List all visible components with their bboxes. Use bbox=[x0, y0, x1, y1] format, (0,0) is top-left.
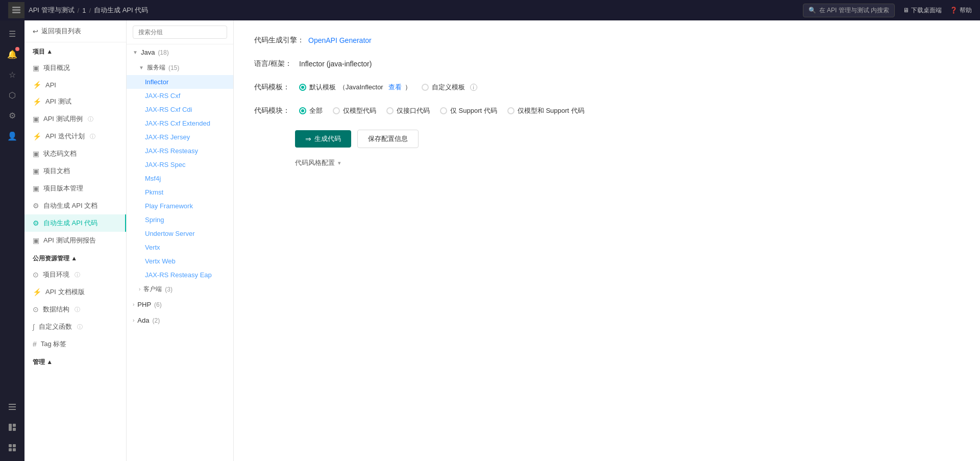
tag-icon: # bbox=[33, 340, 37, 348]
tree-item-undertow-server[interactable]: Undertow Server bbox=[127, 227, 233, 240]
svg-rect-2 bbox=[12, 12, 20, 13]
tree-subgroup-client[interactable]: › 客户端 (3) bbox=[127, 282, 233, 297]
sidebar-icon-list[interactable] bbox=[3, 398, 21, 416]
tree-group-php-count: (6) bbox=[154, 301, 162, 308]
nav-item-functions[interactable]: ∫ 自定义函数 ⓘ bbox=[24, 318, 126, 335]
tree-item-jaxrs-jersey[interactable]: JAX-RS Jersey bbox=[127, 130, 233, 144]
nav-label-version: 项目版本管理 bbox=[43, 184, 83, 193]
sidebar-icon-cloud[interactable]: ⬡ bbox=[3, 86, 21, 104]
help-btn[interactable]: ❓ 帮助 bbox=[950, 6, 972, 15]
sidebar-icon-gear[interactable]: ⚙ bbox=[3, 106, 21, 125]
ada-expand-icon: › bbox=[133, 318, 134, 323]
tree-item-msf4j[interactable]: Msf4j bbox=[127, 172, 233, 185]
nav-label-docs: 项目文档 bbox=[43, 166, 70, 176]
nav-item-api[interactable]: ⚡ API bbox=[24, 77, 126, 93]
back-to-projects[interactable]: ↩ 返回项目列表 bbox=[24, 20, 126, 42]
template-radio-default[interactable] bbox=[299, 84, 306, 91]
nav-item-overview[interactable]: ▣ 项目概况 bbox=[24, 59, 126, 77]
sidebar-icon-grid[interactable] bbox=[3, 439, 21, 457]
style-config-toggle[interactable]: 代码风格配置 ▾ bbox=[295, 158, 960, 167]
nav-item-status[interactable]: ▣ 状态码文档 bbox=[24, 145, 126, 162]
sidebar-icon-menu[interactable]: ☰ bbox=[3, 25, 21, 43]
tree-item-jaxrs-resteasy-eap[interactable]: JAX-RS Resteasy Eap bbox=[127, 268, 233, 282]
code-radio-all[interactable] bbox=[299, 107, 306, 114]
env-info-icon: ⓘ bbox=[75, 271, 80, 279]
tree-group-ada-count: (2) bbox=[152, 317, 160, 324]
sidebar-icon-user[interactable]: 👤 bbox=[3, 127, 21, 145]
nav-item-api-test[interactable]: ⚡ API 测试 bbox=[24, 93, 126, 110]
style-config-label: 代码风格配置 bbox=[295, 158, 335, 167]
tree-subgroup-server[interactable]: ▼ 服务端 (15) bbox=[127, 60, 233, 75]
top-nav: API 管理与测试 / 1 / 自动生成 API 代码 🔍 在 API 管理与测… bbox=[0, 0, 980, 20]
nav-item-gen-code[interactable]: ⚙ 自动生成 API 代码 bbox=[24, 214, 126, 232]
tree-item-jaxrs-spec[interactable]: JAX-RS Spec bbox=[127, 158, 233, 172]
nav-item-template[interactable]: ⚡ API 文档模版 bbox=[24, 283, 126, 301]
save-config-btn[interactable]: 保存配置信息 bbox=[357, 130, 419, 148]
ds-icon: ⊙ bbox=[33, 305, 39, 313]
global-search[interactable]: 🔍 在 API 管理与测试 内搜索 bbox=[803, 4, 895, 17]
nav-item-test-case[interactable]: ▣ API 测试用例 ⓘ bbox=[24, 110, 126, 128]
code-opt-model-support[interactable]: 仅模型和 Support 代码 bbox=[507, 106, 584, 115]
breadcrumb-api[interactable]: API 管理与测试 bbox=[29, 6, 75, 15]
tree-item-jaxrs-resteasy[interactable]: JAX-RS Resteasy bbox=[127, 144, 233, 158]
tree-item-vertx-web[interactable]: Vertx Web bbox=[127, 254, 233, 268]
sidebar-icon-notification[interactable]: 🔔 bbox=[3, 45, 21, 63]
tree-search-input[interactable] bbox=[133, 26, 227, 39]
svg-rect-12 bbox=[13, 448, 16, 451]
nav-item-datastructure[interactable]: ⊙ 数据结构 ⓘ bbox=[24, 301, 126, 318]
svg-rect-11 bbox=[9, 448, 12, 451]
ds-info-icon: ⓘ bbox=[75, 306, 80, 313]
code-opt-interface[interactable]: 仅接口代码 bbox=[386, 106, 430, 115]
generator-link[interactable]: OpenAPI Generator bbox=[308, 36, 372, 44]
tree-item-pkmst[interactable]: Pkmst bbox=[127, 185, 233, 199]
template-info-icon[interactable]: i bbox=[470, 84, 477, 91]
code-label-all: 全部 bbox=[309, 106, 323, 115]
template-option-default[interactable]: 默认模板 （JavaInflector 查看 ） bbox=[299, 83, 411, 92]
nav-item-version[interactable]: ▣ 项目版本管理 bbox=[24, 180, 126, 197]
nav-item-gen-docs[interactable]: ⚙ 自动生成 API 文档 bbox=[24, 197, 126, 214]
template-radio-group: 默认模板 （JavaInflector 查看 ） 自定义模板 i bbox=[299, 83, 477, 92]
template-custom-label: 自定义模板 bbox=[432, 83, 465, 92]
tree-group-ada[interactable]: › Ada (2) bbox=[127, 312, 233, 328]
tree-item-vertx[interactable]: Vertx bbox=[127, 240, 233, 254]
code-radio-model-support[interactable] bbox=[507, 107, 514, 114]
download-btn[interactable]: 🖥 下载桌面端 bbox=[903, 6, 942, 15]
code-opt-support[interactable]: 仅 Support 代码 bbox=[440, 106, 497, 115]
tree-item-jaxrs-cxf-extended[interactable]: JAX-RS Cxf Extended bbox=[127, 116, 233, 130]
nav-item-tags[interactable]: # Tag 标签 bbox=[24, 335, 126, 353]
code-radio-interface[interactable] bbox=[386, 107, 394, 114]
nav-label-env: 项目环境 bbox=[43, 270, 69, 279]
nav-label-ds: 数据结构 bbox=[43, 305, 69, 314]
tree-group-java[interactable]: ▼ Java (18) bbox=[127, 44, 233, 60]
tree-item-play-framework[interactable]: Play Framework bbox=[127, 199, 233, 213]
button-group: ⇒ 生成代码 保存配置信息 bbox=[295, 130, 960, 148]
nav-label-test-case: API 测试用例 bbox=[43, 114, 83, 124]
tree-item-jaxrs-cxf[interactable]: JAX-RS Cxf bbox=[127, 89, 233, 103]
code-opt-all[interactable]: 全部 bbox=[299, 106, 323, 115]
code-module-row: 代码模块： 全部 仅模型代码 仅接口代码 仅 Support 代码 bbox=[254, 106, 960, 115]
template-option-custom[interactable]: 自定义模板 i bbox=[422, 83, 477, 92]
nav-label-status: 状态码文档 bbox=[43, 149, 77, 158]
code-label-model-support: 仅模型和 Support 代码 bbox=[518, 106, 584, 115]
code-radio-support[interactable] bbox=[440, 107, 447, 114]
tree-item-jaxrs-cxf-cdi[interactable]: JAX-RS Cxf Cdi bbox=[127, 103, 233, 116]
nav-item-docs[interactable]: ▣ 项目文档 bbox=[24, 162, 126, 180]
template-radio-custom[interactable] bbox=[422, 84, 429, 91]
app-logo[interactable] bbox=[8, 2, 24, 18]
generate-btn[interactable]: ⇒ 生成代码 bbox=[295, 130, 351, 148]
test-report-icon: ▣ bbox=[33, 236, 39, 245]
code-opt-model[interactable]: 仅模型代码 bbox=[333, 106, 376, 115]
tree-item-inflector[interactable]: Inflector bbox=[127, 75, 233, 89]
sidebar-icon-star[interactable]: ☆ bbox=[3, 65, 21, 84]
svg-rect-8 bbox=[13, 428, 16, 431]
nav-item-env[interactable]: ⊙ 项目环境 ⓘ bbox=[24, 266, 126, 283]
nav-label-template: API 文档模版 bbox=[45, 287, 85, 297]
tree-group-php[interactable]: › PHP (6) bbox=[127, 297, 233, 312]
tree-item-spring[interactable]: Spring bbox=[127, 213, 233, 227]
nav-item-iteration[interactable]: ⚡ API 迭代计划 ⓘ bbox=[24, 128, 126, 145]
nav-item-test-report[interactable]: ▣ API 测试用例报告 bbox=[24, 232, 126, 249]
code-radio-model[interactable] bbox=[333, 107, 340, 114]
help-label: 帮助 bbox=[960, 6, 972, 15]
template-view-link[interactable]: 查看 bbox=[388, 83, 402, 92]
sidebar-icon-layout[interactable] bbox=[3, 418, 21, 436]
